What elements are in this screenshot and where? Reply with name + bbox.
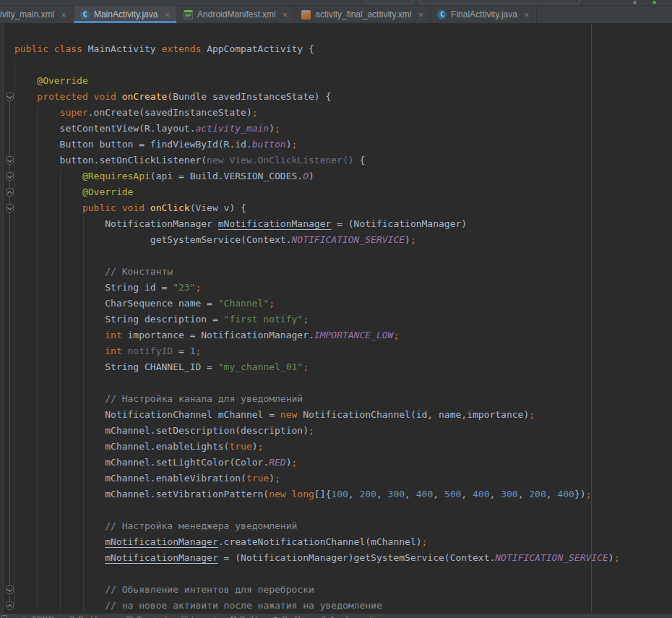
code-line: [14, 57, 620, 73]
statusbar-item-label: Build: [240, 615, 257, 618]
editor-tab-bar: ivity_main.xml×CMainActivity.java×MFAndr…: [0, 6, 672, 24]
tab-close-icon[interactable]: ×: [283, 10, 288, 20]
code-editor[interactable]: public class MainActivity extends AppCom…: [0, 24, 672, 613]
editor-tab[interactable]: activity_final_acttivity.xml×: [295, 6, 431, 23]
fold-marker[interactable]: [6, 172, 14, 181]
statusbar-item-terminal[interactable]: ▣Terminal: [126, 615, 167, 618]
statusbar-item-build[interactable]: ⚒Build: [230, 615, 257, 618]
fold-marker[interactable]: [6, 204, 14, 213]
statusbar-item-todo[interactable]: ≡TODO: [22, 615, 54, 618]
code-line: CharSequence name = "Channel";: [14, 296, 620, 312]
gutter-edge: [0, 24, 4, 613]
statusbar-item-problems[interactable]: ⊙Problems: [69, 615, 112, 618]
run-config-button[interactable]: [366, 0, 413, 4]
statusbar-item-label: Profiler: [283, 615, 308, 618]
code-line: String id = "23";: [14, 280, 620, 296]
java-class-icon: C: [80, 10, 90, 20]
code-line: String description = "first notify";: [14, 312, 620, 327]
code-line: public class MainActivity extends AppCom…: [14, 41, 620, 57]
code-line: public void onClick(View v) {: [14, 200, 620, 216]
status-dot-icon: [633, 1, 637, 4]
code-line: setContentView(R.layout.activity_main);: [14, 121, 620, 137]
statusbar-item-label: Problems: [78, 615, 111, 618]
statusbar-item-label: TODO: [31, 615, 54, 618]
statusbar-item-profiler[interactable]: ◔Profiler: [272, 615, 308, 618]
code-line: int importance = NotificationManager.IMP…: [14, 327, 620, 343]
code-line: mChannel.enableLights(true);: [14, 439, 620, 455]
fold-marker[interactable]: [6, 585, 14, 594]
code-line: NotificationChannel mChannel = new Notif…: [14, 407, 620, 423]
fold-marker[interactable]: [6, 188, 14, 197]
statusbar-item-app-inspection[interactable]: ▯App Inspection: [322, 615, 382, 618]
layout-icon: [301, 10, 311, 20]
code-line: @Override: [14, 73, 620, 89]
todo-icon: ≡: [22, 615, 27, 618]
fold-marker[interactable]: [6, 93, 14, 101]
code-line: @Override: [14, 184, 620, 200]
run-status-icon: [652, 1, 656, 4]
tab-close-icon[interactable]: ×: [418, 10, 424, 20]
editor-tab[interactable]: CFinalActtivity.java×: [431, 6, 536, 23]
java-class-icon: C: [437, 10, 447, 20]
code-line: button.setOnClickListener(new View.OnCli…: [14, 153, 620, 168]
status-bar-items: ≡TODO⊙Problems▣Terminal▤Logcat⚒Build◔Pro…: [22, 615, 382, 618]
code-line: // Константы: [14, 264, 620, 280]
tool-window-bar: ≡TODO⊙Problems▣Terminal▤Logcat⚒Build◔Pro…: [0, 613, 672, 618]
tab-label: ivity_main.xml: [0, 9, 54, 20]
terminal-icon: ▣: [126, 615, 133, 618]
statusbar-item-label: Logcat: [191, 615, 215, 618]
code-line: // Настройка менеджера уведомлений: [14, 518, 620, 534]
code-line: mNotificationManager.createNotificationC…: [14, 534, 620, 550]
editor-tab[interactable]: ivity_main.xml×: [0, 6, 74, 23]
tab-label: AndroidManifest.xml: [197, 9, 276, 20]
code-line: // Обьявление интентов для переброски: [14, 582, 620, 598]
tab-label: FinalActtivity.java: [451, 9, 517, 20]
code-line: // Настройка канала для уведомлений: [14, 391, 620, 407]
main-toolbar: [0, 0, 672, 6]
tab-label: MainActivity.java: [94, 9, 158, 20]
editor-tab[interactable]: MFAndroidManifest.xml×: [177, 6, 295, 23]
code-line: [14, 375, 620, 391]
tab-close-icon[interactable]: ×: [524, 10, 530, 20]
code-line: [14, 248, 620, 264]
code-line: super.onCreate(savedInstanceState);: [14, 105, 620, 121]
code-line: mChannel.enableVibration(true);: [14, 471, 620, 486]
code-line: Button button = findViewById(R.id.button…: [14, 137, 620, 153]
statusbar-item-label: App Inspection: [329, 615, 382, 618]
code-line: mChannel.setLightColor(Color.RED);: [14, 455, 620, 471]
build-icon: ⚒: [230, 615, 236, 618]
code-line: mChannel.setVibrationPattern(new long[]{…: [14, 486, 620, 502]
problems-icon: ⊙: [69, 615, 74, 618]
code-line: getSystemService(Context.NOTIFICATION_SE…: [14, 232, 620, 248]
code-line: [14, 502, 620, 518]
code-line: int notifyID = 1;: [14, 343, 620, 359]
fold-marker[interactable]: [6, 156, 14, 165]
device-select-button[interactable]: [419, 0, 580, 4]
profiler-icon: ◔: [272, 615, 279, 618]
app-inspection-icon: ▯: [322, 615, 326, 618]
logcat-icon: ▤: [181, 615, 188, 618]
code-line: NotificationManager mNotificationManager…: [14, 216, 620, 232]
statusbar-item-label: Terminal: [137, 615, 167, 618]
code-line: protected void onCreate(Bundle savedInst…: [14, 89, 620, 105]
code-line: // на новое активити после нажатия на ув…: [14, 598, 620, 614]
code-line: mChannel.setDescription(description);: [14, 423, 620, 439]
tool-stripe-icon[interactable]: [1, 615, 7, 618]
code-line: String CHANNEL_ID = "my_channel_01";: [14, 359, 620, 375]
manifest-icon: MF: [184, 10, 193, 20]
statusbar-item-logcat[interactable]: ▤Logcat: [181, 615, 215, 618]
code-line: [14, 566, 620, 582]
tab-label: activity_final_acttivity.xml: [315, 9, 411, 20]
tab-close-icon[interactable]: ×: [164, 10, 170, 20]
code-line: mNotificationManager = (NotificationMana…: [14, 550, 620, 566]
tab-close-icon[interactable]: ×: [61, 10, 66, 20]
editor-tab[interactable]: CMainActivity.java×: [74, 6, 177, 23]
code-line: @RequiresApi(api = Build.VERSION_CODES.O…: [14, 168, 620, 184]
fold-marker[interactable]: [6, 601, 14, 610]
code-area: public class MainActivity extends AppCom…: [14, 41, 620, 614]
